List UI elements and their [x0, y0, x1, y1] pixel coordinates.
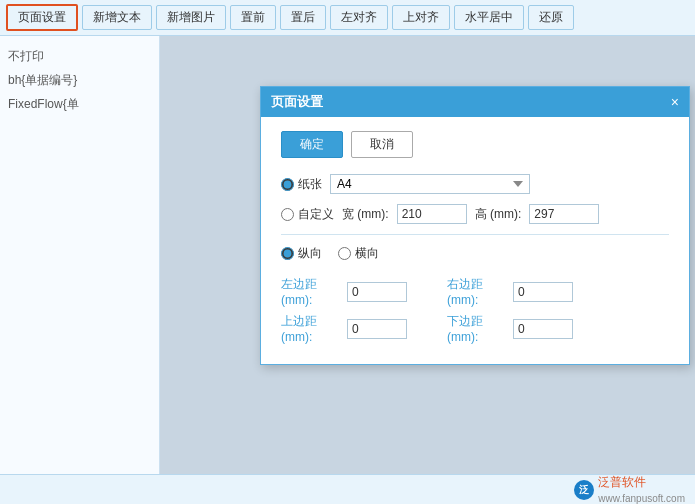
height-input[interactable]: [529, 204, 599, 224]
modal-actions: 确定 取消: [281, 131, 669, 158]
bottom-margin-label: 下边距(mm):: [447, 313, 507, 344]
custom-radio[interactable]: [281, 208, 294, 221]
bottom-margin-input[interactable]: [513, 319, 573, 339]
right-margin-label: 右边距(mm):: [447, 276, 507, 307]
send-backward-button[interactable]: 置后: [280, 5, 326, 30]
paper-label: 纸张: [298, 176, 322, 193]
custom-label: 自定义: [298, 206, 334, 223]
left-margin-input[interactable]: [347, 282, 407, 302]
right-margin-input[interactable]: [513, 282, 573, 302]
company-name: 泛普软件: [598, 475, 646, 489]
landscape-group: 横向: [338, 245, 379, 262]
confirm-button[interactable]: 确定: [281, 131, 343, 158]
custom-radio-group: 自定义: [281, 206, 334, 223]
bottom-margin-row: 下边距(mm):: [447, 313, 573, 344]
bottom-bar: 泛 泛普软件 www.fanpusoft.com: [0, 474, 695, 504]
main-area: 不打印bh{单据编号}FixedFlow{单 页面设置 × 确定 取消: [0, 36, 695, 474]
sidebar-item: bh{单据编号}: [6, 68, 153, 92]
paper-row: 纸张 A4 A3 B5 Letter: [281, 174, 669, 194]
portrait-label: 纵向: [298, 245, 322, 262]
divider-1: [281, 234, 669, 235]
toolbar: 页面设置新增文本新增图片置前置后左对齐上对齐水平居中还原: [0, 0, 695, 36]
page-setup-dialog: 页面设置 × 确定 取消 纸张 A4 A3: [260, 86, 690, 365]
top-margin-input[interactable]: [347, 319, 407, 339]
left-margin-label: 左边距(mm):: [281, 276, 341, 307]
add-text-button[interactable]: 新增文本: [82, 5, 152, 30]
paper-radio[interactable]: [281, 178, 294, 191]
page-setup-button[interactable]: 页面设置: [6, 4, 78, 31]
content-area: 页面设置 × 确定 取消 纸张 A4 A3: [160, 36, 695, 474]
logo-text: 泛普软件 www.fanpusoft.com: [598, 474, 685, 504]
left-margins-group: 左边距(mm): 上边距(mm):: [281, 276, 407, 344]
logo-area: 泛 泛普软件 www.fanpusoft.com: [574, 474, 685, 504]
top-margin-label: 上边距(mm):: [281, 313, 341, 344]
modal-title: 页面设置: [271, 93, 323, 111]
landscape-radio[interactable]: [338, 247, 351, 260]
modal-body: 确定 取消 纸张 A4 A3 B5 Letter: [261, 117, 689, 364]
paper-select[interactable]: A4 A3 B5 Letter: [330, 174, 530, 194]
landscape-label: 横向: [355, 245, 379, 262]
paper-radio-group: 纸张: [281, 176, 322, 193]
portrait-radio[interactable]: [281, 247, 294, 260]
center-horizontal-button[interactable]: 水平居中: [454, 5, 524, 30]
orientation-group: 纵向 横向: [281, 245, 669, 262]
margins-section: 左边距(mm): 上边距(mm): 右边距(mm):: [281, 276, 669, 344]
width-input[interactable]: [397, 204, 467, 224]
bring-forward-button[interactable]: 置前: [230, 5, 276, 30]
cancel-button[interactable]: 取消: [351, 131, 413, 158]
width-label: 宽 (mm):: [342, 206, 389, 223]
right-margin-row: 右边距(mm):: [447, 276, 573, 307]
restore-button[interactable]: 还原: [528, 5, 574, 30]
align-top-button[interactable]: 上对齐: [392, 5, 450, 30]
logo-icon: 泛: [574, 480, 594, 500]
modal-close-button[interactable]: ×: [671, 95, 679, 109]
company-url: www.fanpusoft.com: [598, 493, 685, 504]
height-label: 高 (mm):: [475, 206, 522, 223]
align-left-button[interactable]: 左对齐: [330, 5, 388, 30]
top-margin-row: 上边距(mm):: [281, 313, 407, 344]
portrait-group: 纵向: [281, 245, 322, 262]
sidebar: 不打印bh{单据编号}FixedFlow{单: [0, 36, 160, 474]
modal-header: 页面设置 ×: [261, 87, 689, 117]
left-margin-row: 左边距(mm):: [281, 276, 407, 307]
sidebar-item: 不打印: [6, 44, 153, 68]
right-margins-group: 右边距(mm): 下边距(mm):: [447, 276, 573, 344]
add-image-button[interactable]: 新增图片: [156, 5, 226, 30]
custom-size-row: 自定义 宽 (mm): 高 (mm):: [281, 204, 669, 224]
sidebar-item: FixedFlow{单: [6, 92, 153, 116]
